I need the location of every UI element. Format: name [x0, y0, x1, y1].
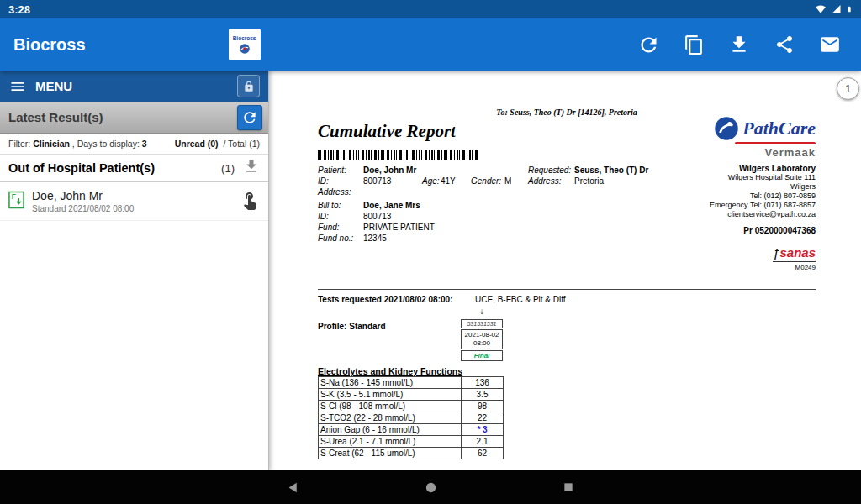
- lab-info-block: PathCare Vermaak Wilgers Laboratory Wilg…: [660, 116, 816, 273]
- id-label: ID:: [318, 176, 329, 186]
- email-button[interactable]: [817, 32, 843, 57]
- biocross-logo-text: Biocross: [233, 35, 256, 41]
- filter-days: 3: [142, 139, 147, 149]
- test-name-cell: S-Creat (62 - 115 umol/L): [318, 447, 462, 459]
- menu-label[interactable]: MENU: [35, 79, 72, 93]
- lab-email: clientservice@vpath.co.za: [660, 210, 816, 219]
- share-button[interactable]: [772, 32, 797, 57]
- table-row: S-K (3.5 - 5.1 mmol/L) 3.5: [318, 388, 504, 401]
- profile-label: Profile: Standard: [318, 322, 386, 331]
- requested-value: Seuss, Theo (T) Dr: [574, 165, 648, 175]
- fund-label: Fund:: [318, 223, 340, 232]
- table-row: S-Na (136 - 145 mmol/L) 136: [318, 376, 504, 389]
- copy-button[interactable]: [681, 32, 706, 57]
- table-row: Anion Gap (6 - 16 mmol/L) * 3: [318, 423, 504, 436]
- out-of-hospital-section[interactable]: Out of Hospital Patient(s) (1): [0, 155, 268, 182]
- test-value-cell: 22: [461, 412, 504, 424]
- battery-icon: [846, 3, 853, 15]
- latest-results-header: Latest Result(s): [8, 110, 237, 124]
- gender-label: Gender:: [471, 176, 501, 186]
- back-button[interactable]: [278, 473, 307, 501]
- patient-list-item[interactable]: F Doe, John Mr Standard 2021/08/02 08:00: [0, 182, 268, 221]
- lock-button[interactable]: [237, 75, 260, 97]
- table-row: S-Cl (98 - 108 mmol/L) 98: [318, 400, 504, 412]
- biocross-logo: Biocross: [229, 29, 261, 60]
- screen: 3:28 Biocross Biocross MENU: [0, 0, 861, 504]
- sample-time: 08:00: [462, 339, 502, 348]
- biocross-logo-emblem-icon: [239, 43, 251, 55]
- download-button[interactable]: [726, 32, 752, 57]
- lab-branch: Vermaak: [660, 146, 816, 159]
- menu-bar: MENU: [0, 71, 268, 102]
- patient-detail: Standard 2021/08/02 08:00: [32, 204, 232, 213]
- section-count: (1): [221, 162, 235, 175]
- touch-hand-icon: [240, 190, 260, 213]
- lab-address2: Wilgers: [660, 182, 816, 192]
- sanas-code: M0249: [773, 264, 816, 271]
- test-value-cell: 62: [461, 447, 504, 459]
- test-value-cell: 3.5: [461, 388, 504, 401]
- sample-status: Final: [461, 350, 503, 361]
- test-value-cell: 2.1: [461, 435, 504, 448]
- sidebar: MENU Latest Result(s) Filter: Clinician …: [0, 71, 269, 470]
- pathcare-logo: PathCare: [660, 116, 816, 141]
- bill-to-value: Doe, Jane Mrs: [363, 201, 420, 210]
- status-bar: 3:28: [0, 0, 861, 18]
- sample-number: 531531531: [461, 319, 503, 328]
- results-section-title: Electrolytes and Kidney Functions: [318, 366, 462, 376]
- patient-info-block: Patient: Doe, John Mr Requested: Seuss, …: [318, 165, 705, 245]
- home-button[interactable]: [416, 473, 445, 501]
- sidebar-empty-area: [0, 221, 268, 470]
- lab-pr-number: Pr 0520000047368: [660, 226, 816, 235]
- bill-id-label: ID:: [318, 212, 329, 221]
- requested-address-value: Pretoria: [574, 176, 604, 186]
- report-divider: [318, 289, 816, 290]
- lab-emergency-tel: Emergency Tel: (071) 687-8857: [660, 201, 816, 210]
- down-arrow: ↓: [461, 307, 503, 316]
- wifi-icon: [815, 4, 827, 14]
- section-title: Out of Hospital Patient(s): [8, 161, 221, 175]
- sample-date: 2021-08-02: [462, 331, 502, 339]
- test-name-cell: S-Na (136 - 145 mmol/L): [318, 376, 462, 389]
- android-nav-bar: [0, 470, 861, 504]
- patient-name-value: Doe, John Mr: [363, 165, 416, 175]
- test-name-cell: S-Urea (2.1 - 7.1 mmol/L): [318, 435, 462, 448]
- refresh-results-button[interactable]: [237, 105, 262, 130]
- refresh-button[interactable]: [636, 32, 661, 57]
- menu-button[interactable]: [8, 77, 27, 96]
- lab-name: Wilgers Laboratory: [660, 164, 816, 173]
- age-label: Age:: [422, 176, 440, 186]
- bill-id-value: 800713: [363, 212, 391, 221]
- test-name-cell: Anion Gap (6 - 16 mmol/L): [318, 423, 462, 436]
- table-row: S-Creat (62 - 115 umol/L) 62: [318, 447, 504, 459]
- address-label: Address:: [318, 187, 351, 197]
- table-row: S-TCO2 (22 - 28 mmol/L) 22: [318, 412, 504, 424]
- patient-label: Patient:: [318, 165, 346, 175]
- document-viewer[interactable]: 1 To: Seuss, Theo (T) Dr [14126], Pretor…: [269, 71, 861, 470]
- tests-requested-label: Tests requested 2021/08/02 08:00:: [318, 295, 452, 304]
- gender-value: M: [504, 176, 511, 186]
- requested-address-label: Address:: [528, 176, 561, 186]
- sanas-text: sanas: [779, 245, 816, 260]
- tests-requested-value: UCE, B-FBC & Plt & Diff: [475, 295, 566, 304]
- patient-id-value: 800713: [363, 176, 391, 186]
- fund-no-value: 12345: [363, 234, 387, 243]
- signal-icon: [831, 4, 842, 14]
- lab-tel: Tel: (012) 807-0859: [660, 192, 816, 201]
- latest-results-bar: Latest Result(s): [0, 102, 268, 134]
- document-page: To: Seuss, Theo (T) Dr [14126], Pretoria…: [318, 71, 816, 470]
- section-download-icon[interactable]: [243, 158, 260, 178]
- recents-button[interactable]: [554, 473, 583, 501]
- sample-datetime: 2021-08-02 08:00: [461, 329, 503, 349]
- app-title: Biocross: [13, 35, 86, 55]
- bill-to-label: Bill to:: [318, 201, 341, 210]
- report-title: Cumulative Report: [318, 121, 456, 142]
- pathcare-emblem-icon: [714, 116, 739, 141]
- fund-no-label: Fund no.:: [318, 234, 353, 243]
- filter-clinician: Clinician: [33, 139, 70, 149]
- total-count: / Total (1): [219, 139, 260, 149]
- app-bar: Biocross Biocross: [0, 18, 861, 71]
- fund-value: PRIVATE PATIENT: [363, 223, 435, 232]
- svg-text:F: F: [12, 192, 16, 201]
- lab-address1: Wilgers Hospital Suite 111: [660, 173, 816, 182]
